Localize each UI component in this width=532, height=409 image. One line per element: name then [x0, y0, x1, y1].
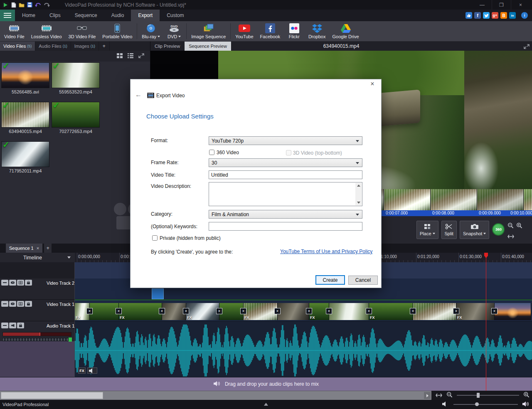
export-action-video-file[interactable]: Video File	[1, 21, 28, 41]
detach-preview-icon[interactable]	[524, 43, 530, 51]
track-pan-slider[interactable]	[2, 338, 71, 341]
track-options-icon[interactable]	[17, 301, 24, 307]
volume-slider[interactable]	[453, 404, 518, 405]
timeline-clip[interactable]: ×	[495, 303, 531, 320]
export-action-flickr[interactable]: Flickr	[283, 21, 305, 41]
bin-tab-audio-files[interactable]: Audio Files(1)	[35, 42, 71, 51]
transition-icon[interactable]: ×	[491, 308, 498, 314]
track-options-icon[interactable]	[17, 280, 24, 286]
transition-icon[interactable]: ×	[326, 308, 332, 314]
scroll-right-icon[interactable]	[424, 392, 431, 399]
audio-drop-zone[interactable]: Drag and drop your audio clips here to m…	[0, 377, 532, 391]
list-view-icon[interactable]	[128, 52, 133, 60]
cancel-button[interactable]: Cancel	[348, 276, 378, 285]
timeline-mode-dropdown[interactable]: Timeline	[0, 253, 75, 262]
blogger-icon[interactable]: B	[500, 12, 507, 19]
file-thumbnail[interactable]: ✓	[1, 62, 49, 88]
linkedin-icon[interactable]: in	[509, 12, 516, 19]
ribbon-tab-sequence[interactable]: Sequence	[68, 10, 104, 21]
zoom-in-icon[interactable]	[516, 222, 522, 230]
ribbon-tab-audio[interactable]: Audio	[104, 10, 131, 21]
zoom-in-icon[interactable]	[523, 392, 530, 399]
sequence-tab[interactable]: Sequence 1 ×	[6, 244, 42, 253]
export-action-image-sequence[interactable]: Image Sequence	[188, 21, 229, 41]
transition-icon[interactable]: ×	[274, 308, 281, 314]
add-sequence-button[interactable]: +	[44, 244, 52, 253]
horizontal-scrollbar[interactable]	[0, 391, 431, 400]
lock-track-icon[interactable]	[17, 323, 24, 328]
audio-track-1-lane[interactable]: FX	[75, 321, 532, 377]
ribbon-tab-home[interactable]: Home	[15, 10, 42, 21]
info-icon[interactable]: i	[521, 12, 528, 19]
video-description-input[interactable]	[209, 182, 362, 206]
preview-tab-sequence-preview[interactable]: Sequence Preview	[185, 42, 232, 51]
video-track-1-lane[interactable]: FX××FX××FX××FX××FX××FX××FX×	[75, 300, 532, 321]
open-project-icon[interactable]	[19, 2, 25, 7]
ribbon-tab-export[interactable]: Export	[131, 10, 160, 21]
bin-file-item[interactable]: ✓717952011.mp4	[1, 141, 50, 181]
thumbnail-view-icon[interactable]	[117, 52, 123, 60]
track-visibility-icon[interactable]	[9, 301, 16, 307]
keywords-input[interactable]	[209, 222, 362, 231]
transition-icon[interactable]: ×	[116, 308, 122, 314]
view-360-button[interactable]: 360	[492, 223, 505, 236]
transition-icon[interactable]: ×	[306, 308, 312, 314]
preview-tab-clip-preview[interactable]: Clip Preview	[150, 42, 185, 51]
bin-file-item[interactable]: ✓55266485.avi	[1, 62, 50, 102]
timeline-clip[interactable]: ×	[90, 303, 119, 320]
sequence-close-icon[interactable]: ×	[37, 246, 39, 251]
fit-timeline-icon[interactable]	[436, 392, 442, 399]
export-action-lossless-video[interactable]: Lossless Video	[28, 21, 65, 41]
create-button[interactable]: Create	[315, 275, 345, 285]
timeline-clip[interactable]	[152, 288, 164, 299]
transition-icon[interactable]: ×	[159, 308, 165, 314]
zoom-out-icon[interactable]	[507, 222, 514, 230]
transition-icon[interactable]: ×	[366, 308, 372, 314]
clip-audio-icon[interactable]	[87, 367, 97, 374]
filmstrip-frame[interactable]	[477, 189, 524, 210]
place-button[interactable]: Place	[416, 221, 438, 239]
bin-tab-add[interactable]: +	[99, 42, 110, 51]
private-checkbox[interactable]	[152, 235, 158, 241]
collapse-track-icon[interactable]	[1, 280, 8, 286]
file-thumbnail[interactable]: ✓	[52, 62, 100, 88]
category-select[interactable]: Film & Animation	[209, 210, 362, 219]
volume-slider-thumb[interactable]	[475, 402, 479, 406]
ribbon-tab-clips[interactable]: Clips	[42, 10, 68, 21]
transition-icon[interactable]: ×	[453, 308, 459, 314]
mute-track-icon[interactable]	[9, 323, 16, 328]
lock-track-icon[interactable]	[25, 280, 32, 286]
expand-panel-icon[interactable]	[138, 52, 144, 60]
zoom-out-icon[interactable]	[446, 392, 453, 399]
timeline-clip[interactable]: ×FX	[119, 303, 162, 320]
undo-icon[interactable]	[35, 2, 41, 7]
fx-badge[interactable]: FX	[78, 367, 86, 374]
bin-file-item[interactable]: ✓559553520.mp4	[52, 62, 101, 102]
description-scrollbar[interactable]	[355, 183, 362, 205]
collapse-track-icon[interactable]	[1, 301, 8, 307]
dialog-close-icon[interactable]: ×	[367, 80, 378, 89]
bin-tab-video-files[interactable]: Video Files(5)	[0, 42, 35, 51]
transition-icon[interactable]: ×	[240, 308, 246, 314]
twitter-icon[interactable]	[483, 12, 490, 19]
timeline-clip[interactable]: ×	[278, 303, 309, 320]
export-action-google-drive[interactable]: Google Drive	[329, 21, 362, 41]
collapse-track-icon[interactable]	[1, 323, 8, 328]
new-project-icon[interactable]	[11, 2, 16, 8]
filmstrip-frame[interactable]	[431, 189, 477, 210]
timeline-clip[interactable]: ×FX	[244, 303, 278, 320]
expand-panel-arrow-icon[interactable]	[264, 403, 268, 406]
redo-icon[interactable]	[44, 2, 50, 7]
bin-tab-images[interactable]: Images(1)	[71, 42, 99, 51]
zoom-slider[interactable]	[457, 395, 519, 396]
format-select[interactable]: YouTube 720p	[209, 136, 362, 145]
volume-min-icon[interactable]	[442, 401, 449, 408]
timeline-clip[interactable]: ×FX	[186, 303, 219, 320]
playhead[interactable]	[486, 253, 486, 391]
track-volume-slider[interactable]	[2, 332, 71, 336]
scrollbar-thumb[interactable]	[1, 392, 103, 399]
like-icon[interactable]	[466, 12, 472, 19]
filmstrip-frame[interactable]	[524, 189, 532, 210]
save-project-icon[interactable]	[27, 2, 32, 7]
minimize-button[interactable]: —	[473, 0, 492, 10]
